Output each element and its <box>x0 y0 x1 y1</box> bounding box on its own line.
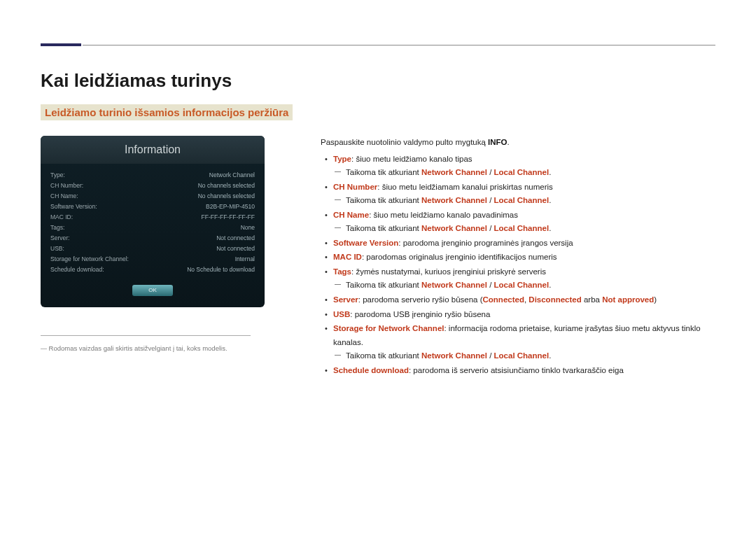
dialog-row: USB:Not connected <box>50 243 255 253</box>
dialog-row: CH Name:No channels selected <box>50 190 255 201</box>
row-value: No channels selected <box>198 182 255 189</box>
spec-item-sched: Schedule download: parodoma iš serverio … <box>333 364 715 378</box>
intro-line: Paspauskite nuotolinio valdymo pulto myg… <box>321 136 715 150</box>
info-dialog-screenshot: Information Type:Network ChannelCH Numbe… <box>41 136 265 307</box>
dialog-row: Schedule download:No Schedule to downloa… <box>50 264 255 274</box>
ok-button[interactable]: OK <box>132 285 173 296</box>
row-label: Type: <box>50 171 65 178</box>
dialog-row: Software Version:B2B-EP-MIP-4510 <box>50 201 255 211</box>
row-label: Server: <box>50 234 69 241</box>
row-label: Storage for Network Channel: <box>50 255 129 262</box>
header-accent <box>41 43 81 46</box>
dialog-row: MAC ID:FF-FF-FF-FF-FF-FF <box>50 211 255 222</box>
spec-item-server: Server: parodoma serverio ryšio būsena (… <box>333 293 715 307</box>
applies-note: Taikoma tik atkuriant Network Channel / … <box>346 222 715 236</box>
spec-item-storage: Storage for Network Channel: informacija… <box>333 322 715 363</box>
dialog-title: Information <box>41 136 265 164</box>
row-label: USB: <box>50 245 64 252</box>
applies-note: Taikoma tik atkuriant Network Channel / … <box>346 279 715 293</box>
spec-item-swver: Software Version: parodoma įrenginio pro… <box>333 237 715 251</box>
dialog-row: Server:Not connected <box>50 232 255 243</box>
dialog-row: Tags:None <box>50 222 255 232</box>
spec-item-tags: Tags: žymės nustatymai, kuriuos įrengini… <box>333 265 715 293</box>
row-label: CH Number: <box>50 182 83 189</box>
spec-item-type: Type: šiuo metu leidžiamo kanalo tipasTa… <box>333 153 715 180</box>
dialog-row: Storage for Network Channel:Internal <box>50 253 255 264</box>
applies-note: Taikoma tik atkuriant Network Channel / … <box>346 349 715 363</box>
applies-note: Taikoma tik atkuriant Network Channel / … <box>346 194 715 208</box>
row-value: Internal <box>235 255 255 262</box>
row-value: FF-FF-FF-FF-FF-FF <box>202 213 255 220</box>
spec-item-chname: CH Name: šiuo metu leidžiamo kanalo pava… <box>333 209 715 236</box>
row-value: B2B-EP-MIP-4510 <box>206 203 255 210</box>
spec-item-macid: MAC ID: parodomas originalus įrenginio i… <box>333 251 715 265</box>
row-value: None <box>241 224 255 231</box>
row-label: Schedule download: <box>50 266 104 273</box>
row-label: MAC ID: <box>50 213 73 220</box>
header-rule <box>83 45 715 45</box>
row-label: Tags: <box>50 224 64 231</box>
spec-item-usb: USB: parodoma USB įrenginio ryšio būsena <box>333 308 715 322</box>
dialog-body: Type:Network ChannelCH Number:No channel… <box>41 164 265 274</box>
section-heading: Leidžiamo turinio išsamios informacijos … <box>41 104 293 120</box>
page-title: Kai leidžiamas turinys <box>41 70 715 92</box>
footnote: Rodomas vaizdas gali skirtis atsižvelgia… <box>41 335 251 352</box>
spec-item-chnum: CH Number: šiuo metu leidžiamam kanalui … <box>333 181 715 208</box>
dialog-row: CH Number:No channels selected <box>50 180 255 190</box>
row-label: CH Name: <box>50 192 78 199</box>
row-value: Not connected <box>216 245 255 252</box>
row-value: No Schedule to download <box>187 266 255 273</box>
dialog-row: Type:Network Channel <box>50 169 255 180</box>
row-value: Not connected <box>216 234 255 241</box>
description-column: Paspauskite nuotolinio valdymo pulto myg… <box>314 136 715 378</box>
applies-note: Taikoma tik atkuriant Network Channel / … <box>346 166 715 180</box>
row-value: Network Channel <box>209 171 255 178</box>
row-label: Software Version: <box>50 203 97 210</box>
spec-list: Type: šiuo metu leidžiamo kanalo tipasTa… <box>321 153 715 378</box>
row-value: No channels selected <box>198 192 255 199</box>
